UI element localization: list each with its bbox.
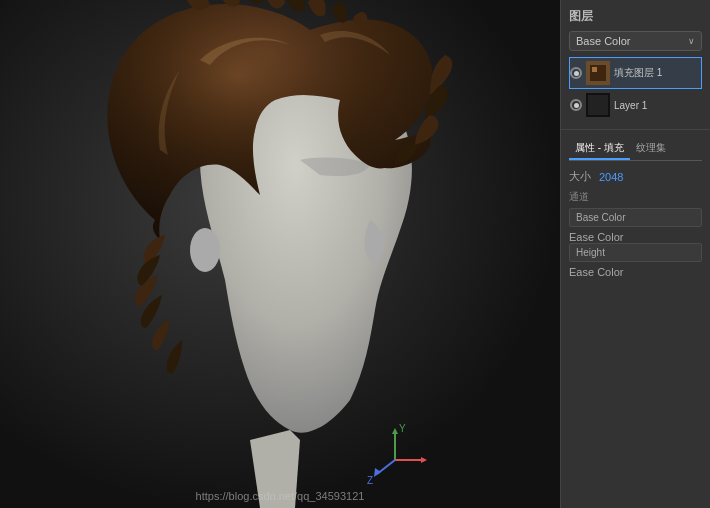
dropdown-arrow-icon: ∨ [688, 36, 695, 46]
tab-properties-fill[interactable]: 属性 - 填充 [569, 138, 630, 160]
layer-name: Layer 1 [614, 100, 701, 111]
channels-list: Base Color Ease Color Height Ease Color [569, 208, 702, 278]
scene-background: Y Z https://blog.csdn.net/qq_34593121 [0, 0, 560, 508]
scene-svg: Y Z [0, 0, 560, 508]
layers-list: 填充图层 1 Layer 1 [569, 57, 702, 121]
channel-item[interactable]: Height [569, 243, 702, 262]
tab-texture-set[interactable]: 纹理集 [630, 138, 672, 160]
watermark: https://blog.csdn.net/qq_34593121 [196, 490, 365, 502]
properties-tabs: 属性 - 填充 纹理集 [569, 138, 702, 161]
svg-point-1 [190, 228, 220, 272]
layer-visibility-radio[interactable] [570, 67, 582, 79]
layer-thumbnail [586, 93, 610, 117]
layer-channel-dropdown[interactable]: Base Color ∨ [569, 31, 702, 51]
layer-thumbnail [586, 61, 610, 85]
ease-color-label-2: Ease Color [569, 266, 702, 278]
layer-item[interactable]: Layer 1 [569, 89, 702, 121]
layer-name: 填充图层 1 [614, 66, 701, 80]
size-row: 大小 2048 [569, 169, 702, 184]
layer-visibility-radio[interactable] [570, 99, 582, 111]
dropdown-label: Base Color [576, 35, 630, 47]
channel-item[interactable]: Base Color [569, 208, 702, 227]
size-value: 2048 [599, 171, 623, 183]
svg-text:Z: Z [367, 475, 373, 486]
layer-item[interactable]: 填充图层 1 [569, 57, 702, 89]
size-label: 大小 [569, 169, 599, 184]
ease-color-label-1: Ease Color [569, 231, 702, 243]
right-panel: 图层 Base Color ∨ 填充图层 1 Layer 1 属 [560, 0, 710, 508]
svg-text:Y: Y [399, 423, 406, 434]
properties-section: 属性 - 填充 纹理集 大小 2048 通道 Base Color Ease C… [561, 130, 710, 508]
layers-title: 图层 [569, 8, 702, 25]
layers-section: 图层 Base Color ∨ 填充图层 1 Layer 1 [561, 0, 710, 130]
channel-label: 通道 [569, 190, 702, 204]
viewport: Y Z https://blog.csdn.net/qq_34593121 [0, 0, 560, 508]
